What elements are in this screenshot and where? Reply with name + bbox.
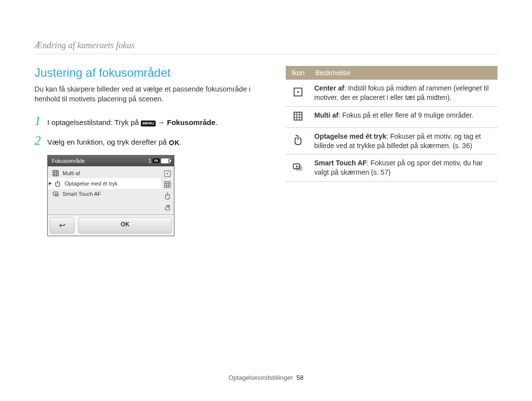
step-number: 2 <box>34 134 47 147</box>
row-name: Smart Touch AF <box>314 159 367 167</box>
svg-rect-0 <box>53 170 59 176</box>
table-row: Optagelse med ét tryk: Fokuser på et mot… <box>286 127 498 154</box>
column-left: Justering af fokusområdet Du kan få skar… <box>34 66 266 236</box>
camera-screen-list: Multi af Optagelse med ét tryk <box>48 166 161 215</box>
back-button[interactable]: ↩ <box>50 217 74 234</box>
ok-button[interactable]: OK <box>78 217 172 234</box>
camera-screen-header: Fokusområde 1 IN <box>48 155 174 166</box>
th-icon: Ikon <box>286 66 310 80</box>
table-row: Center af: Indstil fokus på midten af ra… <box>286 80 498 106</box>
list-item-label: Multi af <box>63 170 80 176</box>
one-touch-desc: Optagelse med ét tryk: Fokuser på et mot… <box>310 127 498 154</box>
breadcrumb: Ændring af kameraets fokus <box>34 40 498 51</box>
center-af-desc: Center af: Indstil fokus på midten af ra… <box>310 80 498 106</box>
grid-icon <box>53 170 60 176</box>
list-item-label: Smart Touch AF <box>63 191 101 197</box>
svg-rect-17 <box>294 112 302 120</box>
svg-point-9 <box>167 173 168 174</box>
menu-icon: MENU <box>141 121 156 126</box>
focus-area-table: Ikon Beskrivelse Center af: Indstil foku… <box>286 66 498 182</box>
step-1: 1 I optagelsestilstand: Tryk på MENU → F… <box>34 115 266 127</box>
svg-point-16 <box>297 91 299 93</box>
column-right: Ikon Beskrivelse Center af: Indstil foku… <box>286 66 498 236</box>
list-item-multi-af[interactable]: Multi af <box>48 168 161 178</box>
row-name: Multi af <box>314 111 338 119</box>
camera-screen-body: Multi af Optagelse med ét tryk <box>48 166 174 215</box>
camera-screen-footer: ↩ OK <box>48 215 174 236</box>
ok-icon: OK <box>169 138 180 148</box>
camera-screen: Fokusområde 1 IN Multi af <box>47 155 174 236</box>
grid-icon <box>164 181 171 188</box>
list-item-label: Optagelse med ét tryk <box>65 181 118 186</box>
divider <box>34 54 498 54</box>
row-name: Center af <box>314 84 344 92</box>
row-name: Optagelse med ét tryk <box>314 132 386 140</box>
touch-icon <box>165 192 170 200</box>
smart-touch-desc: Smart Touch AF: Fokuser på og spor det m… <box>310 154 498 182</box>
touch-icon <box>55 180 62 187</box>
step-1-suffix: . <box>215 118 217 126</box>
page-footer: Optagelsesindstillinger 58 <box>0 374 532 381</box>
svg-point-7 <box>55 193 56 194</box>
one-touch-icon <box>286 127 310 154</box>
list-item-one-touch[interactable]: Optagelse med ét tryk <box>48 178 161 189</box>
page: Ændring af kameraets fokus Justering af … <box>0 0 532 401</box>
th-desc: Beskrivelse <box>310 66 498 80</box>
list-item-smart-touch[interactable]: Smart Touch AF <box>48 189 161 199</box>
step-2-prefix: Vælg en funktion, og tryk derefter på <box>47 138 169 146</box>
camera-screen-side-icons <box>161 166 174 215</box>
step-2-suffix: . <box>180 138 182 146</box>
camera-screen-title: Fokusområde <box>52 158 85 164</box>
row-text: : Fokus på et eller flere af 9 mulige om… <box>338 111 473 119</box>
storage-badge: IN <box>153 158 160 163</box>
step-2-text: Vælg en funktion, og tryk derefter på OK… <box>47 137 182 148</box>
footer-page: 58 <box>297 374 303 381</box>
multi-af-desc: Multi af: Fokus på et eller flere af 9 m… <box>310 106 498 127</box>
svg-point-24 <box>296 165 298 167</box>
center-af-icon <box>164 170 171 177</box>
svg-rect-10 <box>165 182 170 187</box>
intro-paragraph: Du kan få skarpere billeder ved at vælge… <box>34 85 266 104</box>
step-number: 1 <box>34 115 47 127</box>
step-2: 2 Vælg en funktion, og tryk derefter på … <box>34 134 266 148</box>
center-af-icon <box>286 80 310 106</box>
smart-touch-icon <box>53 191 60 197</box>
hand-icon <box>164 204 171 211</box>
page-heading: Justering af fokusområdet <box>34 66 266 80</box>
step-1-prefix: I optagelsestilstand: Tryk på <box>47 118 141 126</box>
step-1-arrow: → <box>158 118 167 126</box>
camera-screen-status: 1 IN <box>148 158 170 164</box>
smart-touch-icon <box>286 154 310 182</box>
step-1-text: I optagelsestilstand: Tryk på MENU → Fok… <box>47 117 218 127</box>
table-row: Multi af: Fokus på et eller flere af 9 m… <box>286 106 498 127</box>
table-row: Smart Touch AF: Fokuser på og spor det m… <box>286 154 498 182</box>
multi-af-icon <box>286 106 310 127</box>
columns: Justering af fokusområdet Du kan få skar… <box>34 66 498 236</box>
camera-screen-count: 1 <box>148 158 151 164</box>
step-1-target: Fokusområde <box>167 118 215 126</box>
footer-section: Optagelsesindstillinger <box>229 374 293 381</box>
battery-icon <box>161 158 170 163</box>
